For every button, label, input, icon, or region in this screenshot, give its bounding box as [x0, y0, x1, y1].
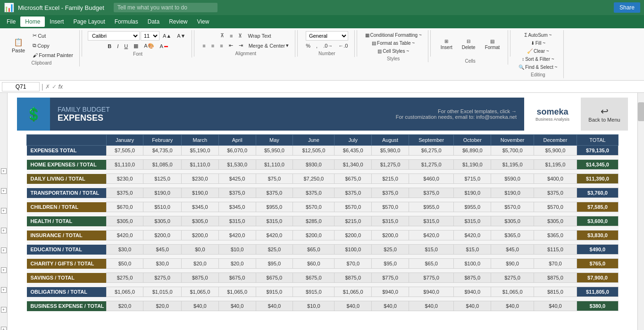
- data-cell[interactable]: $200,0: [372, 231, 409, 240]
- data-cell[interactable]: $955,0: [256, 202, 293, 212]
- data-cell[interactable]: $75,0: [256, 174, 293, 184]
- menu-page-layout[interactable]: Page Layout: [68, 16, 109, 27]
- data-cell[interactable]: $570,0: [335, 202, 372, 212]
- data-cell[interactable]: $1,110,0: [181, 160, 218, 170]
- data-cell[interactable]: $4,735,0: [143, 146, 182, 156]
- data-cell[interactable]: $305,0: [106, 216, 143, 226]
- data-cell[interactable]: $375,0: [293, 188, 335, 198]
- align-bottom-button[interactable]: ⊻: [236, 31, 244, 40]
- data-cell[interactable]: $25,0: [256, 245, 293, 255]
- data-cell[interactable]: $1,085,0: [143, 160, 182, 170]
- data-cell[interactable]: $275,0: [491, 273, 534, 283]
- data-cell[interactable]: $375,0: [256, 188, 293, 198]
- data-cell[interactable]: $930,0: [293, 160, 335, 170]
- collapse-btn-2[interactable]: +: [1, 188, 7, 194]
- data-cell[interactable]: $285,0: [293, 216, 335, 226]
- data-cell[interactable]: $590,0: [491, 174, 534, 184]
- data-cell[interactable]: $570,0: [491, 202, 534, 212]
- data-cell[interactable]: $675,0: [293, 273, 335, 283]
- data-cell[interactable]: $40,0: [218, 301, 256, 311]
- data-cell[interactable]: $30,0: [106, 245, 143, 255]
- data-cell[interactable]: $100,0: [454, 259, 491, 269]
- font-shrink-button[interactable]: A▼: [175, 32, 188, 40]
- total-cell[interactable]: $380,0: [577, 301, 618, 311]
- total-cell[interactable]: $3,600,0: [577, 216, 618, 226]
- autosum-button[interactable]: Σ AutoSum ~: [522, 31, 554, 39]
- data-cell[interactable]: $40,0: [454, 301, 491, 311]
- data-cell[interactable]: $1,065,0: [335, 287, 372, 297]
- total-cell[interactable]: $11,805,0: [577, 287, 618, 297]
- data-cell[interactable]: $40,0: [372, 301, 409, 311]
- data-cell[interactable]: $200,0: [335, 231, 372, 240]
- data-cell[interactable]: $460,0: [409, 174, 453, 184]
- number-format-select[interactable]: General: [306, 31, 348, 41]
- data-cell[interactable]: $315,0: [409, 216, 453, 226]
- align-top-button[interactable]: ⊼: [218, 31, 226, 40]
- data-cell[interactable]: $25,0: [372, 245, 409, 255]
- data-cell[interactable]: $420,0: [454, 231, 491, 240]
- clear-button[interactable]: 🧹 Clear ~: [525, 47, 552, 55]
- data-cell[interactable]: $1,110,0: [106, 160, 143, 170]
- data-cell[interactable]: $100,0: [335, 245, 372, 255]
- data-cell[interactable]: $70,0: [534, 259, 577, 269]
- collapse-btn-8[interactable]: +: [1, 307, 7, 313]
- cell-styles-button[interactable]: ▥ Cell Styles ~: [375, 47, 411, 55]
- data-cell[interactable]: $20,0: [143, 301, 182, 311]
- menu-insert[interactable]: Insert: [45, 16, 68, 27]
- italic-button[interactable]: I: [115, 42, 121, 50]
- collapse-btn-7[interactable]: +: [1, 287, 7, 293]
- data-cell[interactable]: $60,0: [293, 259, 335, 269]
- data-cell[interactable]: $375,0: [372, 188, 409, 198]
- comma-button[interactable]: ,: [314, 41, 320, 50]
- data-cell[interactable]: $115,0: [534, 245, 577, 255]
- data-cell[interactable]: $20,0: [106, 301, 143, 311]
- menu-file[interactable]: File: [2, 16, 20, 27]
- data-cell[interactable]: $40,0: [491, 301, 534, 311]
- data-cell[interactable]: $15,0: [409, 245, 453, 255]
- increase-indent-button[interactable]: ⇥: [236, 41, 245, 50]
- data-cell[interactable]: $5,950,0: [256, 146, 293, 156]
- font-color-button[interactable]: A▬: [158, 42, 170, 50]
- data-cell[interactable]: $1,530,0: [218, 160, 256, 170]
- total-cell[interactable]: $490,0: [577, 245, 618, 255]
- data-cell[interactable]: $215,0: [372, 174, 409, 184]
- data-cell[interactable]: $315,0: [218, 216, 256, 226]
- data-cell[interactable]: $1,275,0: [409, 160, 453, 170]
- data-cell[interactable]: $345,0: [218, 202, 256, 212]
- total-cell[interactable]: $3,760,0: [577, 188, 618, 198]
- data-cell[interactable]: $815,0: [534, 287, 577, 297]
- data-cell[interactable]: $20,0: [181, 259, 218, 269]
- menu-home[interactable]: Home: [20, 16, 45, 27]
- format-button[interactable]: ▤ Format: [481, 31, 504, 58]
- total-cell[interactable]: $14,345,0: [577, 160, 618, 170]
- data-cell[interactable]: $1,065,0: [181, 287, 218, 297]
- data-cell[interactable]: $190,0: [491, 188, 534, 198]
- menu-review[interactable]: Review: [164, 16, 192, 27]
- total-cell[interactable]: $7,900,0: [577, 273, 618, 283]
- data-cell[interactable]: $10,0: [218, 245, 256, 255]
- increase-decimal-button[interactable]: .0→: [321, 41, 335, 50]
- data-cell[interactable]: $6,275,0: [409, 146, 453, 156]
- total-cell[interactable]: $765,0: [577, 259, 618, 269]
- data-cell[interactable]: $50,0: [106, 259, 143, 269]
- data-cell[interactable]: $1,190,0: [454, 160, 491, 170]
- data-cell[interactable]: $305,0: [491, 216, 534, 226]
- data-cell[interactable]: $5,190,0: [181, 146, 218, 156]
- data-cell[interactable]: $315,0: [256, 216, 293, 226]
- data-cell[interactable]: $40,0: [335, 301, 372, 311]
- collapse-btn-4[interactable]: +: [1, 228, 7, 233]
- collapse-btn-9[interactable]: +: [1, 327, 7, 330]
- data-cell[interactable]: $65,0: [409, 259, 453, 269]
- data-cell[interactable]: $30,0: [143, 259, 182, 269]
- data-cell[interactable]: $570,0: [293, 202, 335, 212]
- sort-button[interactable]: ↕ Sort & Filter ~: [519, 55, 556, 63]
- data-cell[interactable]: $675,0: [256, 273, 293, 283]
- align-right-button[interactable]: ≡: [217, 41, 225, 50]
- data-cell[interactable]: $90,0: [491, 259, 534, 269]
- total-cell[interactable]: $11,390,0: [577, 174, 618, 184]
- data-cell[interactable]: $45,0: [491, 245, 534, 255]
- data-cell[interactable]: $40,0: [534, 301, 577, 311]
- data-cell[interactable]: $125,0: [143, 174, 182, 184]
- data-cell[interactable]: $315,0: [454, 216, 491, 226]
- data-cell[interactable]: $12,505,0: [293, 146, 335, 156]
